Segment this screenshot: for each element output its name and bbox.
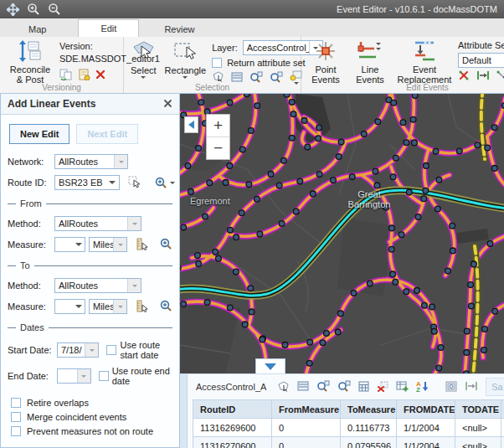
col-access[interactable]: AC: [501, 400, 504, 419]
from-measure-label: Measure:: [8, 239, 51, 250]
return-attribute-set-checkbox[interactable]: [212, 58, 222, 68]
cell-routeid[interactable]: 11316270600: [193, 437, 272, 448]
merge-events-icon[interactable]: [496, 70, 504, 82]
collapse-table-button[interactable]: [255, 358, 285, 373]
close-panel-icon[interactable]: [163, 99, 172, 110]
table-row[interactable]: 11316270600 0 0.0795596 1/1/2004 <null> …: [193, 437, 504, 448]
selection-group-label: Selection: [124, 83, 301, 93]
start-date-dropdown[interactable]: 7/18/: [57, 342, 99, 358]
col-fromdate[interactable]: FROMDATE: [397, 400, 455, 419]
use-route-start-checkbox[interactable]: [106, 345, 116, 355]
col-routeid[interactable]: RouteID: [193, 400, 272, 419]
table-panel-scrollbar[interactable]: [180, 374, 188, 448]
from-measure-caret-icon: [72, 238, 85, 251]
table-sort-icon[interactable]: AZ: [416, 380, 429, 394]
cell-todate[interactable]: <null>: [455, 437, 501, 448]
from-unit-caret-icon: [113, 238, 126, 251]
to-method-dropdown[interactable]: AllRoutes: [54, 278, 141, 293]
delete-version-icon[interactable]: [95, 70, 105, 81]
new-edit-button[interactable]: New Edit: [9, 124, 69, 144]
retire-overlaps-checkbox[interactable]: [11, 398, 21, 408]
select-route-on-map-icon[interactable]: [128, 176, 141, 190]
table-add-record-icon[interactable]: [396, 381, 409, 394]
from-unit-value: Miles: [90, 238, 113, 251]
cell-frommeasure[interactable]: 0: [272, 437, 341, 448]
from-unit-dropdown[interactable]: Miles: [89, 237, 127, 252]
table-calculate-icon[interactable]: [358, 381, 369, 394]
to-zoom-icon[interactable]: [160, 300, 172, 314]
from-measure-on-map-icon[interactable]: [136, 238, 148, 252]
collapse-panel-button[interactable]: [184, 116, 198, 133]
to-unit-dropdown[interactable]: Miles: [89, 299, 127, 314]
next-edit-button[interactable]: Next Edit: [76, 124, 138, 144]
reconcile-post-label: Reconcile & Post: [7, 64, 54, 85]
to-measure-label: Measure:: [8, 301, 51, 312]
reconcile-icon[interactable]: [59, 69, 73, 82]
prevent-measures-checkbox[interactable]: [11, 426, 21, 436]
zoom-out-icon[interactable]: [48, 3, 61, 16]
table-row[interactable]: 11316269600 0 0.1116773 1/1/2004 <null> …: [193, 419, 504, 437]
end-date-dropdown[interactable]: [57, 368, 91, 384]
map-zoom-out-button[interactable]: −: [207, 136, 229, 159]
table-list-icon[interactable]: [297, 381, 309, 393]
table-note-icon[interactable]: [445, 381, 457, 394]
add-linear-events-panel: Add Linear Events New Edit Next Edit Net…: [0, 94, 180, 448]
attribute-set-dropdown[interactable]: Default: [458, 53, 504, 68]
cell-access[interactable]: N: [501, 419, 504, 437]
route-id-dropdown[interactable]: BSR23 EB: [54, 175, 120, 190]
tab-map[interactable]: Map: [12, 21, 63, 37]
tab-review[interactable]: Review: [147, 21, 211, 37]
table-clear-selection-icon[interactable]: [377, 381, 388, 394]
tab-edit[interactable]: Edit: [78, 19, 139, 37]
select-button[interactable]: Select: [128, 39, 159, 80]
cell-tomeasure[interactable]: 0.0795596: [341, 437, 397, 448]
start-date-value: 7/18/: [58, 343, 85, 357]
table-select-polygon-icon[interactable]: [277, 381, 290, 394]
collapse-down-icon: [265, 363, 276, 370]
use-route-end-checkbox[interactable]: [99, 371, 109, 381]
from-method-dropdown[interactable]: AllRoutes: [54, 216, 141, 231]
app-title: Event Editor - v10.6.1 - docMassDOTM: [69, 4, 497, 14]
select-by-polygon-icon[interactable]: [212, 71, 224, 84]
split-event-icon[interactable]: [458, 70, 470, 82]
zoom-in-icon[interactable]: [27, 3, 40, 16]
translate-event-icon[interactable]: [476, 70, 490, 82]
map-zoom-in-button[interactable]: +: [207, 115, 229, 136]
map-view[interactable]: Egremont GreatBarrington + −: [180, 94, 504, 373]
table-pan-to-selection-icon[interactable]: [337, 380, 351, 394]
from-measure-dropdown[interactable]: [54, 237, 85, 252]
post-icon[interactable]: [78, 69, 90, 82]
network-dropdown[interactable]: AllRoutes: [54, 154, 128, 169]
pan-icon[interactable]: [7, 3, 19, 16]
cell-routeid[interactable]: 11316269600: [193, 419, 272, 437]
cell-fromdate[interactable]: 1/1/2004: [397, 437, 455, 448]
cell-fromdate[interactable]: 1/1/2004: [397, 419, 455, 437]
col-frommeasure[interactable]: FromMeasure: [272, 400, 341, 419]
to-measure-dropdown[interactable]: [54, 299, 85, 314]
selection-list-icon[interactable]: [231, 72, 243, 84]
table-translate-icon[interactable]: [465, 381, 478, 393]
event-replacement-button[interactable]: Event Replacement: [394, 39, 455, 85]
rectangle-select-button[interactable]: Rectangle: [162, 39, 209, 80]
cell-todate[interactable]: <null>: [455, 419, 501, 437]
merge-coincident-checkbox[interactable]: [11, 412, 21, 422]
table-zoom-to-selection-icon[interactable]: [316, 380, 330, 394]
reconcile-post-button[interactable]: Reconcile & Post: [4, 39, 56, 85]
col-tomeasure[interactable]: ToMeasure: [341, 400, 397, 419]
cell-frommeasure[interactable]: 0: [272, 419, 341, 437]
start-date-caret-icon: [85, 343, 98, 357]
line-events-icon: [356, 40, 384, 64]
line-events-button[interactable]: Line Events: [349, 39, 391, 85]
zoom-to-route-icon[interactable]: [155, 177, 175, 189]
col-todate[interactable]: TODATE: [455, 400, 501, 419]
to-measure-on-map-icon[interactable]: [136, 300, 148, 314]
point-events-button[interactable]: Point Events: [306, 39, 346, 85]
attribute-table-panel: AccessControl_A: [180, 373, 504, 448]
save-button[interactable]: Sa: [486, 378, 504, 396]
cell-access[interactable]: N: [501, 437, 504, 448]
from-method-value: AllRoutes: [55, 217, 127, 230]
from-zoom-icon[interactable]: [160, 238, 172, 252]
event-replacement-label: Event Replacement: [397, 64, 452, 85]
ribbon-group-selection: Select Rectangle Layer: AccessControl_A: [124, 37, 301, 93]
cell-tomeasure[interactable]: 0.1116773: [341, 419, 397, 437]
